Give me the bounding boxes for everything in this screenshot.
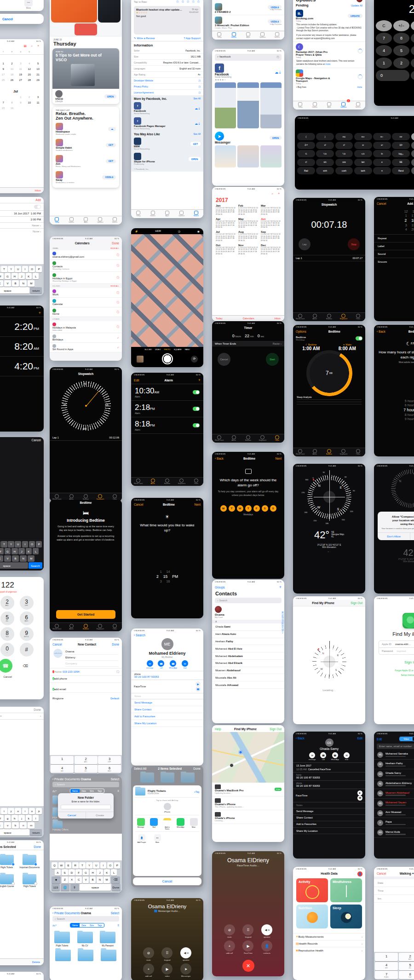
- month-mini[interactable]: Aug 1 2 3 4 5 6 7 8 9 10 11 12 13 14 15 …: [238, 231, 258, 242]
- flash-icon[interactable]: ⚡: [135, 230, 138, 233]
- contact-action[interactable]: ☎ WhatsApp: [331, 752, 339, 761]
- calc-key[interactable]: 9: [411, 33, 414, 44]
- tab-item[interactable]: Apps: [160, 211, 174, 217]
- key[interactable]: M: [28, 555, 34, 562]
- key[interactable]: H: [90, 869, 96, 876]
- stop-button[interactable]: Stop: [348, 238, 360, 250]
- camera-mode[interactable]: PHOTO: [164, 348, 171, 351]
- day-cell[interactable]: 4: [25, 61, 34, 66]
- groups-button[interactable]: Groups: [215, 586, 225, 589]
- key[interactable]: F: [75, 869, 82, 876]
- appleid-value[interactable]: osama.eldri…: [395, 643, 411, 646]
- world-clock-row[interactable]: 2:20 PM: [0, 317, 44, 337]
- app-row[interactable]: Simple HabitGuided mindfulness GET: [56, 137, 116, 153]
- sort-option[interactable]: Tags: [96, 923, 104, 927]
- tab-item[interactable]: Games: [64, 217, 78, 224]
- timer-start-button[interactable]: Start: [266, 353, 279, 366]
- share-app[interactable]: WhatsApp: [176, 818, 185, 830]
- dial-key[interactable]: 9WXYZ: [20, 627, 34, 641]
- num-key[interactable]: 3DEF: [98, 756, 121, 764]
- key[interactable]: G: [5, 548, 11, 554]
- add-contact-button[interactable]: +: [279, 585, 282, 589]
- calc-key[interactable]: 1: [376, 58, 392, 69]
- calc-key[interactable]: 2ⁿᵈ: [297, 142, 315, 149]
- add-city-button[interactable]: +: [39, 311, 41, 315]
- get-button[interactable]: GET: [106, 143, 116, 147]
- contact-action[interactable]: ✉ message: [309, 752, 316, 761]
- day-cell[interactable]: 10: [25, 100, 34, 105]
- tab-item[interactable]: Timer: [189, 478, 203, 485]
- day-cell[interactable]: 7: [0, 100, 8, 105]
- info-icon[interactable]: ⓘ: [117, 291, 120, 294]
- day-cell[interactable]: 25: [0, 77, 8, 83]
- alarm-toggle[interactable]: [193, 390, 200, 394]
- write-review-button[interactable]: ✎ Write a Review: [134, 37, 155, 40]
- entry-field[interactable]: Date: [374, 879, 414, 887]
- key[interactable]: V: [4, 555, 11, 562]
- help-button[interactable]: Help: [215, 727, 221, 731]
- tab-item[interactable]: Today: [293, 102, 307, 109]
- tab-item[interactable]: World Clock: [50, 494, 64, 501]
- tab-item[interactable]: Alarm: [64, 624, 78, 630]
- calc-key[interactable]: m+: [354, 133, 372, 140]
- folder-item[interactable]: My CV: [75, 932, 96, 947]
- num-key[interactable]: 8TUV: [399, 971, 414, 979]
- call-button[interactable]: ▶video: [159, 963, 176, 977]
- sort-option[interactable]: Size: [88, 789, 96, 793]
- key[interactable]: v: [4, 822, 11, 829]
- calc-key[interactable]: sinh: [316, 167, 334, 174]
- share-action[interactable]: ••• More: [152, 834, 163, 843]
- call-button[interactable]: ⠿keypad: [240, 924, 257, 938]
- key[interactable]: T: [1, 266, 7, 272]
- cancel-button[interactable]: Cancel: [377, 202, 386, 205]
- contact-link[interactable]: Share My Location: [131, 720, 203, 727]
- keyboard[interactable]: qwertyuiop asdfghjkl zxcvbnm ⇧spaceretur…: [0, 806, 44, 837]
- num-key[interactable]: 4GHI: [51, 765, 74, 773]
- day-cell[interactable]: 11: [34, 100, 42, 105]
- folder-icon[interactable]: [78, 950, 93, 961]
- num-key[interactable]: 5JKL: [75, 765, 98, 773]
- health-tile[interactable]: Sleep: [330, 905, 362, 928]
- search-field[interactable]: ⌕ facebookⓧ: [215, 54, 282, 61]
- day-toggle[interactable]: S: [270, 505, 276, 512]
- month-mini[interactable]: Oct 1 2 3 4 5 6 7 8 9 10 11 12 13 14 15 …: [216, 244, 236, 255]
- tab-item[interactable]: Timer: [108, 494, 122, 501]
- app-row[interactable]: BBMSocial NetworkingGET: [131, 136, 203, 151]
- call-button[interactable]: ▶FaceTime: [240, 940, 257, 954]
- back-breadcrumb[interactable]: ‹ Private Documents Osama: [52, 778, 91, 781]
- folder-icon[interactable]: [55, 950, 71, 961]
- contact-link[interactable]: Share Contact: [293, 815, 365, 821]
- facetime-video-icon[interactable]: ▶: [357, 790, 362, 796]
- ringtone-value[interactable]: Default: [110, 697, 119, 700]
- tab-item[interactable]: Games: [145, 211, 160, 217]
- select-button[interactable]: Select: [111, 911, 119, 915]
- call-button[interactable]: 👤contacts: [259, 940, 276, 954]
- share-cancel-bar[interactable]: Cancel: [133, 877, 201, 885]
- password-placeholder[interactable]: required: [397, 650, 406, 652]
- app-row[interactable]: ZenRelax, Sleep and Meditations GET: [56, 153, 116, 169]
- tab-item[interactable]: Search: [108, 217, 122, 224]
- day-cell[interactable]: [8, 94, 17, 100]
- download-icon[interactable]: ☁⇣: [195, 107, 201, 110]
- open-button[interactable]: OPEN: [270, 136, 282, 140]
- calendar-row[interactable]: ContactsShared by Contacts ⓘ: [50, 260, 122, 272]
- link-row[interactable]: Developer Website◳: [131, 78, 203, 84]
- calendar-toolbar-icons[interactable]: ⌕ +: [272, 192, 282, 196]
- key[interactable]: B: [12, 280, 19, 287]
- select-all-button[interactable]: Select All: [134, 767, 146, 770]
- shutter-button[interactable]: [162, 353, 173, 364]
- timer-icon[interactable]: ◷: [178, 230, 180, 233]
- facetime-contact-row[interactable]: AE Abdelrahamn Eldrieny ▶: [374, 779, 414, 789]
- day-cell[interactable]: 13: [34, 66, 42, 72]
- folder-name-input[interactable]: [61, 805, 111, 809]
- call-button[interactable]: ⊘mute: [140, 947, 157, 961]
- key[interactable]: P: [36, 266, 42, 272]
- hours-picker[interactable]: 5 hours6 hours7 hours8 hours9 hours: [374, 363, 414, 456]
- alarm-row[interactable]: 8:18PM Alarm: [131, 417, 203, 434]
- day-cell[interactable]: 21: [34, 72, 42, 77]
- app-row[interactable]: fFacebookSocial Networking☁⇣: [131, 101, 203, 116]
- day-cell[interactable]: 17: [0, 72, 8, 77]
- get-open-button[interactable]: GET: [190, 142, 201, 146]
- day-cell[interactable]: 18: [8, 72, 17, 77]
- device-row[interactable]: Ghada's iPhoneLocating…: [212, 810, 284, 824]
